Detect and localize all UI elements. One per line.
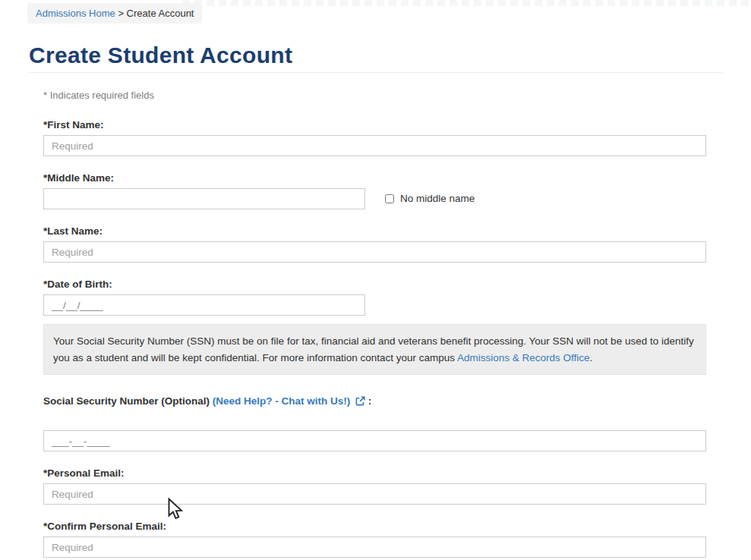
breadcrumb-link-admissions-home[interactable]: Admissions Home [36, 8, 115, 19]
first-name-input[interactable] [43, 135, 706, 156]
breadcrumb-current: Create Account [127, 8, 194, 19]
last-name-group: *Last Name: [43, 225, 706, 263]
middle-name-label: *Middle Name: [43, 172, 706, 184]
ssn-group [43, 430, 706, 451]
required-fields-note: * Indicates required fields [43, 90, 706, 101]
date-of-birth-group: *Date of Birth: [43, 278, 706, 316]
ssn-notice-period: . [590, 352, 593, 363]
no-middle-name-label: No middle name [400, 193, 475, 204]
last-name-input[interactable] [43, 241, 706, 263]
middle-name-group: *Middle Name: No middle name [43, 172, 706, 209]
breadcrumb-separator: > [115, 8, 127, 19]
no-middle-name-option[interactable]: No middle name [385, 193, 475, 204]
date-of-birth-input[interactable] [43, 294, 365, 316]
ssn-label-colon: : [365, 395, 371, 407]
personal-email-label: *Personal Email: [43, 467, 706, 479]
external-link-icon [355, 396, 365, 406]
personal-email-input[interactable] [43, 483, 706, 505]
confirm-personal-email-group: *Confirm Personal Email: [43, 521, 706, 558]
last-name-label: *Last Name: [43, 225, 706, 237]
admissions-records-office-link[interactable]: Admissions & Records Office [457, 352, 590, 363]
title-divider [29, 72, 723, 73]
ssn-notice-text: Your Social Security Number (SSN) must b… [53, 335, 694, 363]
date-of-birth-label: *Date of Birth: [43, 278, 706, 290]
ssn-help-chat-link[interactable]: (Need Help? - Chat with Us!) [213, 395, 351, 407]
no-middle-name-checkbox[interactable] [385, 194, 394, 203]
middle-name-input[interactable] [43, 188, 365, 209]
personal-email-group: *Personal Email: [43, 467, 706, 505]
confirm-personal-email-input[interactable] [43, 536, 706, 558]
first-name-label: *First Name: [43, 119, 706, 131]
page-title: Create Student Account [29, 42, 292, 68]
breadcrumb: Admissions Home > Create Account [27, 3, 202, 24]
ssn-label-row: Social Security Number (Optional) (Need … [43, 395, 706, 407]
create-account-form: * Indicates required fields *First Name:… [43, 90, 706, 560]
top-edge-decoration [182, 0, 751, 6]
ssn-notice: Your Social Security Number (SSN) must b… [43, 324, 706, 375]
confirm-personal-email-label: *Confirm Personal Email: [43, 521, 706, 532]
first-name-group: *First Name: [43, 119, 706, 156]
ssn-input[interactable] [43, 430, 706, 451]
ssn-label: Social Security Number (Optional) [43, 395, 213, 407]
